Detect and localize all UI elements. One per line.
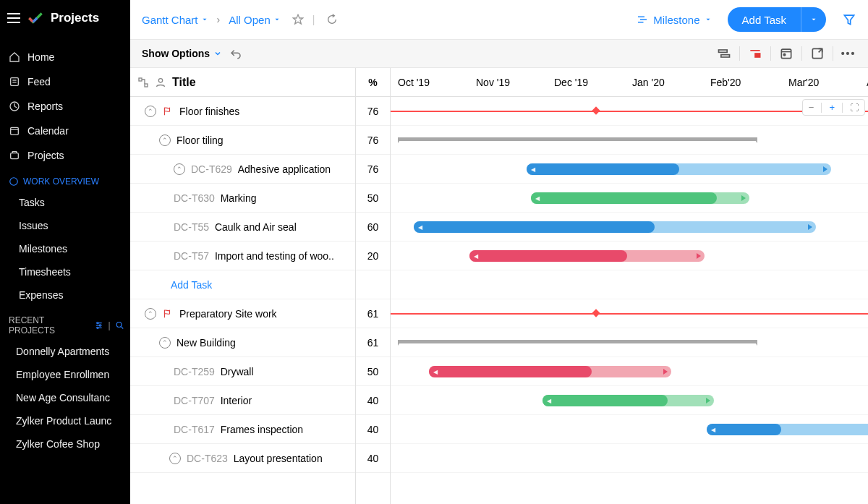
collapse-icon[interactable]: ⌃	[159, 134, 171, 146]
collapse-icon[interactable]: ⌃	[145, 308, 156, 320]
collapse-icon[interactable]: ⌃	[174, 163, 185, 175]
bar-handle-left-icon[interactable]: ◀	[531, 166, 535, 173]
bar-handle-left-icon[interactable]: ◀	[535, 195, 540, 202]
task-row[interactable]: DC-T55 Caulk and Air seal	[130, 213, 355, 242]
nav-calendar[interactable]: Calendar	[0, 119, 130, 143]
task-row[interactable]: DC-T630 Marking	[130, 184, 355, 213]
nav-projects[interactable]: Projects	[0, 143, 130, 168]
recent-project-item[interactable]: New Age Consultanc	[0, 386, 130, 409]
milestone-summary-bar[interactable]	[391, 111, 868, 112]
toolbar-expand-icon[interactable]	[809, 46, 825, 61]
milestone-selector[interactable]: Milestone	[636, 13, 711, 26]
group-summary-bar[interactable]	[398, 137, 757, 141]
menu-toggle-icon[interactable]	[7, 13, 20, 23]
toolbar-today-icon[interactable]	[778, 46, 794, 61]
nav-label: Calendar	[27, 125, 69, 137]
section-label: WORK OVERVIEW	[23, 176, 99, 187]
toolbar-critical-icon[interactable]	[747, 46, 763, 61]
bar-handle-left-icon[interactable]: ◀	[433, 369, 438, 375]
task-bar[interactable]: ◀	[429, 366, 671, 377]
filter-label: All Open	[229, 14, 271, 26]
task-bar[interactable]: ◀	[527, 163, 831, 175]
task-bar[interactable]: ◀	[414, 221, 816, 233]
zoom-out-icon[interactable]: −	[809, 102, 814, 113]
percent-cell	[356, 270, 390, 299]
bar-handle-right-icon[interactable]	[741, 195, 746, 201]
settings-icon[interactable]	[94, 320, 103, 330]
favorite-icon[interactable]	[292, 14, 304, 25]
task-row[interactable]: ⌃DC-T629 Adhesive application	[130, 155, 355, 184]
bar-handle-left-icon[interactable]: ◀	[418, 224, 422, 231]
filter-icon[interactable]	[842, 12, 856, 27]
feed-icon	[9, 76, 20, 87]
more-icon[interactable]: •••	[841, 46, 856, 61]
bar-handle-left-icon[interactable]: ◀	[474, 253, 478, 260]
task-row[interactable]: ⌃Floor finishes	[130, 97, 355, 126]
bar-mini-toolbar[interactable]: −+⛶	[802, 99, 865, 116]
recent-project-item[interactable]: Zylker Cofee Shop	[0, 432, 130, 456]
task-row[interactable]: ⌃Preparatory Site work	[130, 299, 355, 328]
bar-handle-right-icon[interactable]	[663, 369, 668, 375]
task-row[interactable]: DC-T617 Frames inspection	[130, 415, 355, 444]
bar-handle-left-icon[interactable]: ◀	[547, 398, 551, 404]
subnav-timesheets[interactable]: Timesheets	[0, 260, 130, 283]
view-selector[interactable]: Gantt Chart	[142, 14, 208, 26]
filter-selector[interactable]: All Open	[229, 14, 281, 26]
subnav-milestones[interactable]: Milestones	[0, 237, 130, 260]
timeline-panel[interactable]: Oct '19Nov '19Dec '19Jan '20Feb'20Mar'20…	[391, 68, 868, 504]
toolbar-bars-icon[interactable]	[716, 46, 732, 61]
show-options-toggle[interactable]: Show Options	[142, 48, 222, 59]
task-title: Preparatory Site work	[179, 308, 355, 320]
collapse-icon[interactable]: ⌃	[159, 337, 171, 349]
task-row[interactable]: ⌃DC-T623 Layout presentation	[130, 444, 355, 473]
collapse-icon[interactable]: ⌃	[145, 106, 156, 117]
task-row[interactable]: DC-T57 Import and testing of woo..	[130, 242, 355, 270]
bar-handle-right-icon[interactable]	[697, 253, 701, 259]
bar-handle-right-icon[interactable]	[823, 166, 827, 172]
work-overview-header: WORK OVERVIEW	[0, 168, 130, 191]
add-task-button[interactable]: Add Task	[728, 7, 826, 32]
recent-project-item[interactable]: Donnelly Apartments	[0, 340, 130, 363]
collapse-icon[interactable]: ⌃	[169, 453, 181, 464]
task-bar[interactable]: ◀	[531, 192, 749, 204]
add-task-dropdown[interactable]	[801, 7, 826, 32]
hierarchy-icon[interactable]	[137, 77, 149, 88]
group-summary-bar[interactable]	[398, 340, 757, 343]
nav-reports[interactable]: Reports	[0, 94, 130, 119]
recent-project-item[interactable]: Employee Enrollmen	[0, 363, 130, 386]
month-label: Nov '19	[476, 68, 554, 96]
show-options-label: Show Options	[142, 48, 210, 59]
undo-icon[interactable]	[229, 47, 242, 60]
nav-feed[interactable]: Feed	[0, 69, 130, 94]
task-bar[interactable]: ◀	[542, 395, 715, 406]
milestone-summary-bar[interactable]	[391, 313, 868, 315]
bar-handle-right-icon[interactable]	[706, 398, 710, 403]
percent-cell: 76	[356, 155, 390, 184]
nav-home[interactable]: Home	[0, 45, 130, 69]
sidebar: Projects Home Feed Reports Calendar Proj…	[0, 0, 130, 504]
percent-cell: 61	[356, 299, 390, 328]
task-row[interactable]: DC-T707 Interior	[130, 386, 355, 415]
fit-icon[interactable]: ⛶	[850, 103, 859, 113]
task-row[interactable]: ⌃Floor tiling	[130, 126, 355, 155]
zoom-in-icon[interactable]: +	[829, 102, 835, 113]
subnav-expenses[interactable]: Expenses	[0, 283, 130, 307]
task-row[interactable]: DC-T259 Drywall	[130, 357, 355, 386]
user-icon[interactable]	[155, 77, 166, 88]
search-icon[interactable]	[115, 320, 124, 330]
gantt-row	[391, 270, 868, 299]
task-bar[interactable]: ◀	[707, 424, 868, 435]
refresh-icon[interactable]	[326, 14, 338, 25]
add-task-label: Add Task	[728, 14, 801, 26]
subnav-tasks[interactable]: Tasks	[0, 191, 130, 214]
task-bar[interactable]: ◀	[469, 250, 705, 262]
subnav-issues[interactable]: Issues	[0, 214, 130, 237]
percent-cell: 76	[356, 97, 390, 126]
add-task-link[interactable]: Add Task	[130, 279, 212, 291]
recent-project-item[interactable]: Zylker Product Launc	[0, 409, 130, 432]
task-row[interactable]: ⌃New Building	[130, 328, 355, 357]
svg-point-31	[158, 78, 162, 82]
bar-handle-left-icon[interactable]: ◀	[711, 427, 715, 433]
add-task-row[interactable]: Add Task	[130, 270, 355, 299]
bar-handle-right-icon[interactable]	[808, 224, 812, 230]
